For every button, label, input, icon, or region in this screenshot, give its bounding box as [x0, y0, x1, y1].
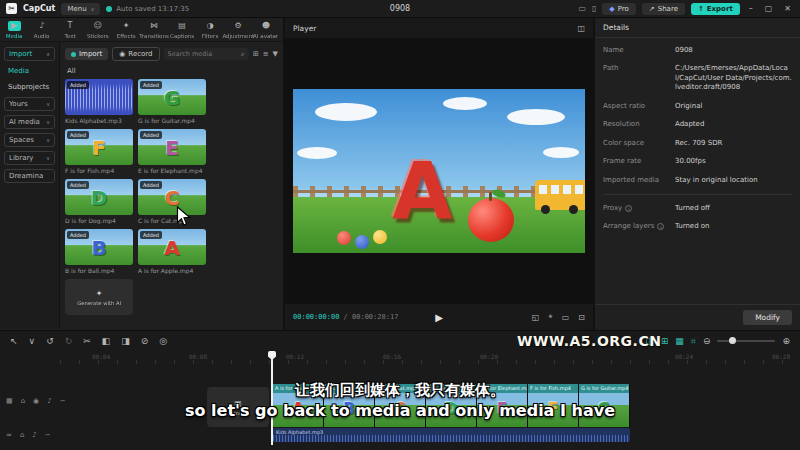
search-box[interactable]: ⌕ [164, 48, 249, 60]
timeline-feature-icon[interactable]: ⊞ [661, 336, 669, 346]
sidebar-item-media[interactable]: Media [4, 65, 55, 77]
mute-track-icon[interactable]: ♪ [32, 431, 36, 439]
undo-icon[interactable]: ↺ [46, 336, 54, 346]
timeline-feature-icon[interactable]: ▦ [675, 336, 684, 346]
adjustment-icon: ⚙ [234, 21, 241, 31]
media-item[interactable]: Added F F is for Fish.mp4 [65, 129, 133, 174]
chevron-down-icon[interactable]: ∨ [29, 336, 36, 346]
sidebar-item-dreamina[interactable]: Dreamina [4, 169, 55, 183]
marker-icon[interactable]: ◎ [159, 336, 167, 346]
split-icon[interactable]: ✂ [83, 336, 91, 346]
tab-filters[interactable]: ◑ Filters [196, 21, 224, 39]
detail-row-arrange-layers: Arrange layers i Turned on [603, 222, 792, 231]
zoom-slider-knob[interactable] [729, 337, 736, 344]
tab-media[interactable]: ▶ Media [0, 21, 28, 39]
zoom-out-icon[interactable]: ⊖ [703, 336, 711, 346]
zoom-in-icon[interactable]: ⊕ [782, 336, 790, 346]
panel-layout-icon[interactable]: ▯ [592, 4, 596, 13]
generate-ai-card[interactable]: ✦ Generate with AI [65, 279, 133, 315]
ribbon-tabs: ▶ Media ♪ Audio T Text ☺ Stickers ✦ Effe… [0, 18, 283, 42]
sort-icon[interactable]: ≡ [263, 50, 269, 58]
media-sidebar: Import ∧ Media Subprojects Yours ∨ AI me… [0, 42, 60, 329]
grid-view-icon[interactable]: ⊞ [253, 50, 259, 58]
player-title: Player [293, 24, 316, 33]
tab-effects[interactable]: ✦ Effects [112, 21, 140, 39]
media-item[interactable]: Added A A is for Apple.mp4 [138, 229, 206, 274]
media-item[interactable]: Added E E is for Elephant.mp4 [138, 129, 206, 174]
modify-button[interactable]: Modify [743, 310, 792, 325]
media-item[interactable]: Added D D is for Dog.mp4 [65, 179, 133, 224]
tab-transitions[interactable]: ⋈ Transitions [140, 21, 168, 39]
play-button[interactable]: ▶ [435, 312, 443, 323]
player-panel-icon[interactable]: ◫ [577, 24, 585, 33]
video-track-icon: ▦ [6, 397, 13, 405]
redo-icon[interactable]: ↻ [65, 336, 73, 346]
timeline-zoom-slider[interactable] [717, 340, 775, 342]
collapse-track-icon[interactable]: − [45, 431, 51, 439]
tab-adjustment[interactable]: ⚙ Adjustment [224, 21, 252, 39]
sparkle-icon: ✦ [96, 289, 103, 298]
added-badge: Added [140, 231, 162, 239]
info-icon[interactable]: i [625, 205, 632, 212]
preview-snap-icon[interactable]: ⌖ [548, 312, 553, 322]
sidebar-item-yours[interactable]: Yours ∨ [4, 97, 55, 111]
media-item[interactable]: Added C C is for Cat.mp4 [138, 179, 206, 224]
project-title: 0908 [390, 4, 410, 13]
media-item[interactable]: Added G G is for Guitar.mp4 [138, 79, 206, 124]
select-tool-icon[interactable]: ↖ [10, 336, 18, 346]
export-button[interactable]: ↑ Export [691, 3, 740, 15]
sidebar-item-subprojects[interactable]: Subprojects [4, 81, 55, 93]
import-button[interactable]: Import [65, 48, 108, 60]
lock-icon[interactable]: ⌂ [21, 397, 25, 405]
blue-ball [355, 235, 369, 249]
share-button[interactable]: ↗ Share [642, 3, 685, 15]
collapse-track-icon[interactable]: − [60, 397, 66, 405]
tab-audio[interactable]: ♪ Audio [28, 21, 56, 39]
layout-toggle-icon[interactable]: ▭ [578, 4, 586, 13]
filter-icon[interactable]: ▼ [273, 50, 278, 58]
media-section-label[interactable]: All [67, 67, 278, 75]
share-icon: ↗ [649, 5, 655, 13]
scene-letter: A [392, 152, 452, 230]
mute-track-icon[interactable]: ♪ [47, 397, 51, 405]
media-item-audio[interactable]: Added Kids Alphabet.mp3 [65, 79, 133, 124]
sidebar-item-library[interactable]: Library ∨ [4, 151, 55, 165]
fullscreen-icon[interactable]: ⊡ [578, 313, 585, 322]
capcut-app: { "titlebar": { "app": "CapCut", "menu":… [0, 0, 800, 450]
search-input[interactable] [168, 50, 238, 58]
record-button[interactable]: ◉ Record [112, 47, 159, 61]
pro-button[interactable]: ◆ Pro [602, 3, 636, 15]
maximize-button[interactable]: ▢ [762, 4, 776, 13]
close-button[interactable]: ✕ [781, 4, 794, 13]
media-item[interactable]: Added B B is for Ball.mp4 [65, 229, 133, 274]
playhead[interactable] [271, 351, 273, 445]
minimize-button[interactable]: – [746, 4, 756, 13]
menu-button[interactable]: Menu ∨ [61, 3, 100, 15]
ruler-tick: 00:08 [189, 353, 207, 360]
tab-text[interactable]: T Text [56, 21, 84, 39]
info-icon[interactable]: i [657, 223, 664, 230]
tab-stickers[interactable]: ☺ Stickers [84, 21, 112, 39]
sidebar-item-ai-media[interactable]: AI media ∨ [4, 115, 55, 129]
red-ball [337, 231, 351, 245]
aspect-ratio-icon[interactable]: ▭ [562, 313, 570, 322]
media-library-panel: ▶ Media ♪ Audio T Text ☺ Stickers ✦ Effe… [0, 18, 283, 330]
delete-left-icon[interactable]: ◧ [102, 336, 111, 346]
captions-icon: ▤ [178, 21, 186, 31]
player-panel: Player ◫ A 00:00:00:00 / 00:00:28:17 ▶ ◱ [285, 18, 593, 330]
timeline: ↖ ∨ ↺ ↻ ✂ ◧ ◨ ⊘ ◎ ◫ ⊞ ▦ ⌗ ⊖ ⊕ 00:04 00:0… [0, 330, 800, 450]
display-quality-icon[interactable]: ◱ [532, 313, 540, 322]
delete-icon[interactable]: ⊘ [141, 336, 149, 346]
current-time: 00:00:00:00 [293, 313, 339, 321]
tab-ai-avatar[interactable]: ☻ AI avatar [252, 21, 280, 39]
tab-captions[interactable]: ▤ Captions [168, 21, 196, 39]
audio-icon: ♪ [39, 21, 44, 31]
hide-track-icon[interactable]: ◉ [33, 397, 39, 405]
timeline-feature-icon[interactable]: ⌗ [691, 336, 696, 347]
video-preview[interactable]: A [285, 38, 593, 304]
audio-clip[interactable]: Kids Alphabet.mp3 [273, 428, 630, 442]
lock-icon[interactable]: ⌂ [20, 431, 24, 439]
sidebar-item-spaces[interactable]: Spaces ∨ [4, 133, 55, 147]
sidebar-item-import[interactable]: Import ∧ [4, 47, 55, 61]
delete-right-icon[interactable]: ◨ [121, 336, 130, 346]
